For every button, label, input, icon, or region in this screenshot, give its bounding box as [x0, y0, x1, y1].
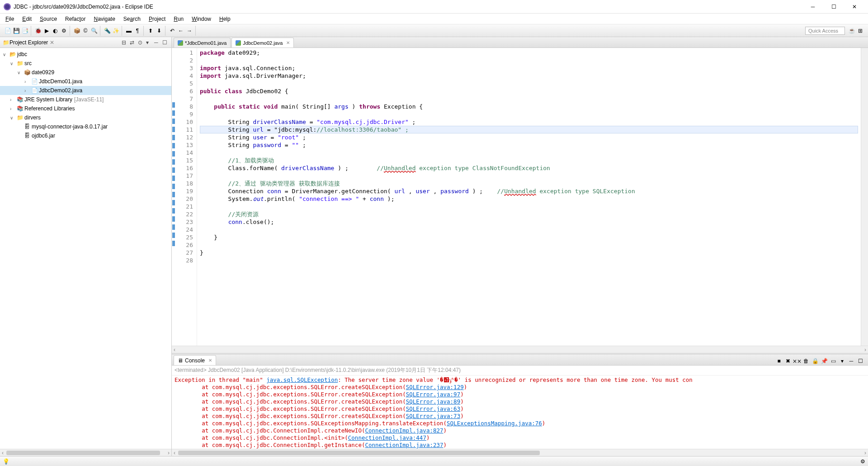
menu-edit[interactable]: Edit	[19, 15, 35, 23]
collapse-all-icon[interactable]: ⊟	[122, 39, 128, 46]
tree-node-project[interactable]: ∨📂jdbc	[0, 50, 171, 59]
last-edit-icon[interactable]: ↶	[168, 27, 176, 35]
perspective-java-icon[interactable]: ☕	[848, 27, 856, 35]
next-annotation-icon[interactable]: ⬇	[155, 27, 163, 35]
open-type-icon[interactable]: 🔍	[90, 27, 98, 35]
tree-node-file1[interactable]: ›📄JdbcDemo01.java	[0, 77, 171, 86]
wand-icon[interactable]: ✨	[112, 27, 120, 35]
tab-console[interactable]: 🖥 Console ✕	[174, 355, 216, 365]
perspective-open-icon[interactable]: ⊞	[856, 27, 864, 35]
forward-icon[interactable]: →	[185, 27, 193, 35]
debug-icon[interactable]: 🐞	[34, 27, 42, 35]
code-editor[interactable]: 1234567891011121314151617181920212223242…	[172, 48, 868, 346]
search-icon[interactable]: 🔦	[103, 27, 111, 35]
tab-jdbcdemo01[interactable]: *JdbcDemo01.java	[174, 38, 231, 48]
tree-node-drivers[interactable]: ∨📁dirvers	[0, 113, 171, 122]
project-explorer-panel: 📁 Project Explorer ✕ ⊟ ⇄ ⊙ ▾ ─ ☐ ∨📂jdbc …	[0, 37, 172, 456]
menu-search[interactable]: Search	[120, 15, 144, 23]
source-folder-icon: 📁	[16, 60, 24, 67]
library-icon: 📚	[16, 96, 24, 103]
quick-access-input[interactable]: Quick Access	[805, 27, 845, 35]
console-output[interactable]: Exception in thread "main" java.sql.SQLE…	[172, 376, 868, 449]
new-class-icon[interactable]: ©	[81, 27, 90, 35]
jar-icon: 🗄	[24, 133, 31, 139]
close-button[interactable]: ✕	[848, 2, 861, 11]
maximize-icon[interactable]: ☐	[856, 357, 864, 365]
menu-source[interactable]: Source	[36, 15, 61, 23]
menu-help[interactable]: Help	[216, 15, 234, 23]
console-tabs: 🖥 Console ✕ ■ ✖ ⨯⨯ 🗑 🔒 📌 ▭ ▾ ─ ☐	[172, 355, 868, 366]
console-run-header: <terminated> JdbcDemo02 [Java Applicatio…	[172, 366, 868, 376]
open-console-icon[interactable]: ▾	[838, 357, 846, 365]
project-explorer-header: 📁 Project Explorer ✕ ⊟ ⇄ ⊙ ▾ ─ ☐	[0, 37, 171, 48]
close-icon[interactable]: ✕	[208, 358, 212, 363]
folder-icon: 📁	[3, 39, 9, 46]
tree-node-jar2[interactable]: 🗄ojdbc6.jar	[0, 131, 171, 140]
pin-console-icon[interactable]: 📌	[820, 357, 828, 365]
java-file-icon: 📄	[31, 78, 38, 85]
java-file-icon	[236, 40, 241, 46]
tree-node-src[interactable]: ∨📁src	[0, 59, 171, 68]
line-gutter: 1234567891011121314151617181920212223242…	[175, 48, 197, 346]
tab-label: *JdbcDemo01.java	[185, 40, 226, 46]
minimize-button[interactable]: ─	[807, 2, 819, 11]
window-title: JDBC - jdbc/src/date0929/JdbcDemo02.java…	[14, 4, 807, 10]
console-hscrollbar[interactable]: ‹›	[172, 449, 868, 456]
view-menu-icon[interactable]: ▾	[146, 39, 152, 46]
toggle-mark-icon[interactable]: ¶	[133, 27, 142, 35]
back-icon[interactable]: ←	[177, 27, 185, 35]
editor-vscrollbar[interactable]	[861, 48, 868, 346]
project-tree[interactable]: ∨📂jdbc ∨📁src ∨📦date0929 ›📄JdbcDemo01.jav…	[0, 48, 171, 449]
bulb-icon[interactable]: 💡	[3, 458, 9, 465]
main-toolbar: 📄 💾 📑 🐞 ▶ ◐ ⚙ 📦 © 🔍 🔦 ✨ ▬ ¶ ⬆ ⬇ ↶ ← → Qu…	[0, 24, 868, 37]
remove-launch-icon[interactable]: ✖	[784, 357, 792, 365]
new-package-icon[interactable]: 📦	[73, 27, 81, 35]
save-all-icon[interactable]: 📑	[21, 27, 29, 35]
explorer-scrollbar[interactable]: ‹›	[0, 449, 171, 456]
editor-hscrollbar[interactable]: ‹›	[172, 346, 868, 353]
menu-navigate[interactable]: Navigate	[90, 15, 118, 23]
maximize-icon[interactable]: ☐	[162, 39, 169, 46]
tree-node-reflib[interactable]: ›📚Referenced Libraries	[0, 104, 171, 113]
link-editor-icon[interactable]: ⇄	[130, 39, 136, 46]
menu-run[interactable]: Run	[170, 15, 187, 23]
folder-icon: 📁	[16, 114, 24, 121]
menu-project[interactable]: Project	[145, 15, 169, 23]
terminate-icon[interactable]: ■	[775, 357, 783, 365]
console-tab-label: Console	[185, 357, 205, 364]
library-icon: 📚	[16, 105, 24, 112]
close-icon[interactable]: ✕	[50, 39, 54, 46]
focus-icon[interactable]: ⊙	[138, 39, 144, 46]
menu-window[interactable]: Window	[188, 15, 215, 23]
display-selected-icon[interactable]: ▭	[829, 357, 837, 365]
scroll-lock-icon[interactable]: 🔒	[811, 357, 819, 365]
jar-icon: 🗄	[24, 124, 31, 130]
console-panel: 🖥 Console ✕ ■ ✖ ⨯⨯ 🗑 🔒 📌 ▭ ▾ ─ ☐ <te	[172, 353, 868, 456]
ext-tools-icon[interactable]: ⚙	[60, 27, 68, 35]
toggle-breadcrumb-icon[interactable]: ▬	[125, 27, 133, 35]
menu-refactor[interactable]: Refactor	[61, 15, 89, 23]
editor-area: *JdbcDemo01.java JdbcDemo02.java ✕ 12345…	[172, 37, 868, 353]
tree-node-file2[interactable]: ›📄JdbcDemo02.java	[0, 86, 171, 95]
tree-node-package[interactable]: ∨📦date0929	[0, 68, 171, 77]
minimize-icon[interactable]: ─	[154, 39, 160, 46]
clear-console-icon[interactable]: 🗑	[802, 357, 810, 365]
coverage-icon[interactable]: ◐	[51, 27, 59, 35]
console-icon: 🖥	[178, 357, 183, 364]
new-icon[interactable]: 📄	[4, 27, 12, 35]
prev-annotation-icon[interactable]: ⬆	[146, 27, 155, 35]
code-body[interactable]: package date0929;import java.sql.Connect…	[197, 48, 861, 346]
run-icon[interactable]: ▶	[42, 27, 51, 35]
tree-node-jar1[interactable]: 🗄mysql-connector-java-8.0.17.jar	[0, 122, 171, 131]
tab-jdbcdemo02[interactable]: JdbcDemo02.java ✕	[231, 38, 294, 48]
window-controls: ─ ☐ ✕	[807, 2, 864, 11]
titlebar: JDBC - jdbc/src/date0929/JdbcDemo02.java…	[0, 0, 868, 14]
project-explorer-title: Project Explorer	[9, 39, 48, 46]
minimize-icon[interactable]: ─	[847, 357, 855, 365]
menu-file[interactable]: File	[2, 15, 18, 23]
maximize-button[interactable]: ☐	[827, 2, 840, 11]
save-icon[interactable]: 💾	[12, 27, 20, 35]
tree-node-jre[interactable]: ›📚JRE System Library[JavaSE-11]	[0, 95, 171, 104]
close-icon[interactable]: ✕	[286, 40, 290, 45]
remove-all-icon[interactable]: ⨯⨯	[793, 357, 801, 365]
